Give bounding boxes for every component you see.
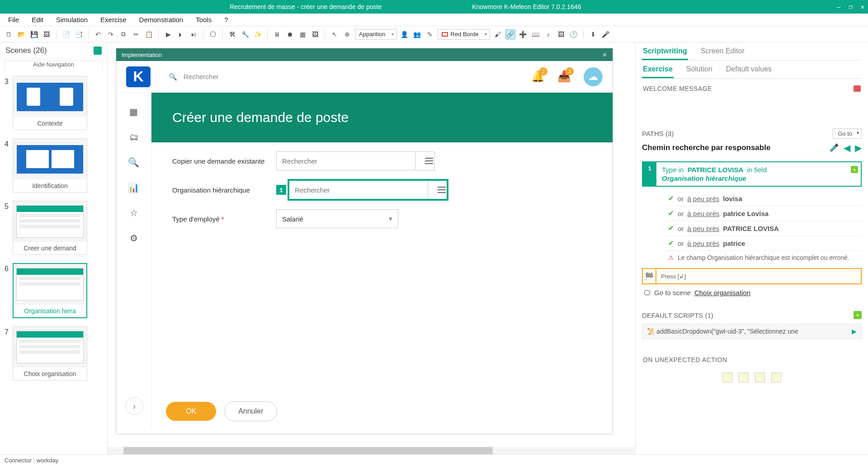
menu-edit[interactable]: Edit xyxy=(27,15,48,24)
impl-close-icon[interactable]: ✕ xyxy=(602,52,607,58)
new-icon[interactable]: 🗋 xyxy=(4,29,14,39)
menu-tools[interactable]: Tools xyxy=(191,15,216,24)
save-icon[interactable]: 💾 xyxy=(29,29,39,39)
list-icon[interactable] xyxy=(428,181,447,199)
cancel-button[interactable]: Annuler xyxy=(224,401,277,421)
play2-icon[interactable]: ⏵ xyxy=(176,29,186,39)
org-hierarchy-input[interactable] xyxy=(289,180,447,199)
goto-combo[interactable]: Go to xyxy=(833,128,862,139)
tab-solution[interactable]: Solution xyxy=(685,61,713,78)
add-script-icon[interactable]: + xyxy=(854,311,862,319)
alt-row[interactable]: ✔orà peu prèspatrice Lovisa xyxy=(665,206,862,221)
scene-item-active[interactable]: 6 Organisation hiera xyxy=(5,263,103,318)
menu-demonstration[interactable]: Demonstration xyxy=(135,15,188,24)
employee-type-select[interactable]: Salarié xyxy=(276,209,398,228)
clock-icon[interactable]: 🕐 xyxy=(569,29,579,39)
scene-item[interactable]: 5 Creer une demand xyxy=(5,201,103,255)
tab-scriptwriting[interactable]: Scriptwriting xyxy=(642,43,688,60)
inbox-icon[interactable]: 📥3 xyxy=(557,70,571,84)
alt-row[interactable]: ✔orà peu prèsPATRICE LOVISA xyxy=(665,221,862,236)
apps-icon[interactable]: ▦ xyxy=(127,105,140,118)
border-combo[interactable]: Red Borde xyxy=(438,29,490,40)
image-icon[interactable]: 🖼 xyxy=(556,29,566,39)
unexp-icon-4[interactable] xyxy=(771,372,781,382)
profile-icon[interactable]: 🗂 xyxy=(127,131,140,143)
edit-path-icon[interactable] xyxy=(830,143,839,152)
down-icon[interactable]: ⬇ xyxy=(588,29,598,39)
wand-icon[interactable]: ✨ xyxy=(253,29,263,39)
copy-request-input[interactable] xyxy=(276,151,434,170)
ok-button[interactable]: OK xyxy=(166,402,216,421)
alt-row[interactable]: ✔orà peu prèslovisa xyxy=(665,191,862,206)
monitor-icon[interactable]: 🖥 xyxy=(272,29,282,39)
addscreen-icon[interactable]: ➕ xyxy=(518,29,528,39)
img-icon[interactable]: 🖼 xyxy=(310,29,320,39)
copy-icon[interactable]: ⧉ xyxy=(118,29,128,39)
scene-item[interactable]: 3 Contexte xyxy=(5,76,103,130)
add-alt-icon[interactable]: + xyxy=(851,166,858,173)
record-icon[interactable]: ⏺ xyxy=(285,29,295,39)
play3-icon[interactable]: ⏯ xyxy=(189,29,198,39)
pointer-icon[interactable]: ↖ xyxy=(330,29,340,39)
doc1-icon[interactable]: 📄 xyxy=(61,29,71,39)
gear-icon[interactable]: ⚙ xyxy=(127,232,140,245)
undo-icon[interactable]: ↶ xyxy=(93,29,103,39)
close-button[interactable]: ✕ xyxy=(861,3,864,10)
next-path-icon[interactable]: ▶ xyxy=(855,142,862,153)
alt-row[interactable]: ✔orà peu prèspatrice xyxy=(665,236,862,251)
menu-help[interactable]: ? xyxy=(220,15,232,24)
apparition-combo[interactable]: Apparition xyxy=(355,29,397,40)
tab-default-values[interactable]: Default values xyxy=(725,61,773,78)
doc2-icon[interactable]: 📑 xyxy=(74,29,84,39)
cloud-icon[interactable]: ☁ xyxy=(584,67,603,86)
link-icon[interactable]: 🔗 xyxy=(505,29,515,39)
unexp-icon-1[interactable] xyxy=(722,372,732,382)
play-icon[interactable]: ▶ xyxy=(163,29,173,39)
scenes-add-icon[interactable] xyxy=(94,47,102,55)
chart-icon[interactable]: 📊 xyxy=(127,181,140,194)
zoom-icon[interactable]: 🔍 xyxy=(127,156,140,169)
unexp-icon-2[interactable] xyxy=(739,372,749,382)
user2-icon[interactable]: 👥 xyxy=(412,29,422,39)
list-icon[interactable] xyxy=(415,152,434,170)
press-enter-step[interactable]: 🏁 Press [↲] xyxy=(642,268,862,284)
book-icon[interactable]: 📖 xyxy=(531,29,541,39)
menu-exercise[interactable]: Exercise xyxy=(96,15,131,24)
tab-exercise[interactable]: Exercise xyxy=(642,61,674,78)
horizontal-scrollbar[interactable] xyxy=(108,447,635,454)
default-script-item[interactable]: 📜 addBasicDropdown("gwt-uid-3", "Sélecti… xyxy=(642,324,862,339)
eraser-icon[interactable]: ✎ xyxy=(425,29,435,39)
goto-scene-row[interactable]: 🖵 Go to scene Choix organisation xyxy=(642,284,862,301)
redo-icon[interactable]: ↷ xyxy=(106,29,116,39)
target-icon[interactable]: ⊕ xyxy=(342,29,352,39)
scene-item[interactable]: 7 Choix organisation xyxy=(5,326,103,381)
script-play-icon[interactable]: ▶ xyxy=(852,328,857,335)
tools-icon[interactable]: 🛠 xyxy=(227,29,237,39)
org-hierarchy-field[interactable] xyxy=(289,186,428,194)
mic-icon[interactable]: 🎤 xyxy=(601,29,611,39)
goto-scene-link[interactable]: Choix organisation xyxy=(694,289,750,297)
brush-icon[interactable]: 🖌 xyxy=(493,29,503,39)
saveas-icon[interactable]: 🖼 xyxy=(42,29,52,39)
sound-icon[interactable]: ♪ xyxy=(543,29,553,39)
cut-icon[interactable]: ✂ xyxy=(131,29,141,39)
star-icon[interactable]: ☆ xyxy=(127,207,140,219)
maximize-button[interactable]: ❐ xyxy=(849,3,852,10)
wrench-icon[interactable]: 🔧 xyxy=(240,29,250,39)
scene-item[interactable]: 4 Identification xyxy=(5,138,103,193)
grid-icon[interactable]: ▦ xyxy=(297,29,307,39)
global-search[interactable]: 🔍 Rechercher xyxy=(169,73,219,81)
tab-screen-editor[interactable]: Screen Editor xyxy=(700,43,745,60)
prev-path-icon[interactable]: ◀ xyxy=(844,142,850,153)
copy-request-field[interactable] xyxy=(277,157,415,165)
menu-simulation[interactable]: Simulation xyxy=(52,15,92,24)
screen-icon[interactable]: 🖵 xyxy=(208,29,218,39)
unexp-icon-3[interactable] xyxy=(755,372,765,382)
user1-icon[interactable]: 👤 xyxy=(400,29,410,39)
notifications-icon[interactable]: 🔔2 xyxy=(531,70,545,84)
minimize-button[interactable]: — xyxy=(837,3,840,10)
welcome-edit-icon[interactable] xyxy=(854,85,861,92)
paste-icon[interactable]: 📋 xyxy=(144,29,154,39)
open-icon[interactable]: 📂 xyxy=(16,29,26,39)
step-1[interactable]: 1 Type in PATRICE LOVISA in field Organi… xyxy=(642,161,862,187)
